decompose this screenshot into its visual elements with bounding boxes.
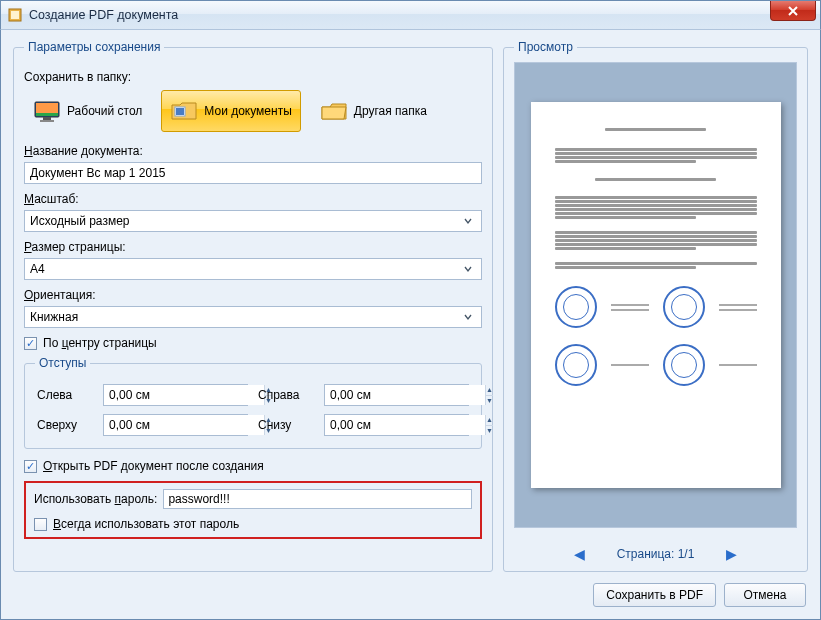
stamp-icon [555, 344, 597, 386]
margin-right-label: Справа [258, 388, 314, 402]
docname-input[interactable] [24, 162, 482, 184]
preview-frame [514, 62, 797, 528]
svg-rect-1 [11, 11, 19, 19]
open-after-checkbox[interactable]: ✓ [24, 460, 37, 473]
spin-up-icon[interactable]: ▲ [486, 415, 493, 426]
documents-icon [170, 99, 198, 123]
center-checkbox[interactable]: ✓ [24, 337, 37, 350]
center-label: По центру страницы [43, 336, 157, 350]
margin-left-spinner[interactable]: ▲▼ [103, 384, 248, 406]
window-title: Создание PDF документа [29, 8, 178, 22]
preview-legend: Просмотр [514, 40, 577, 54]
svg-rect-8 [176, 108, 184, 115]
preview-page [531, 102, 781, 488]
app-icon [7, 7, 23, 23]
stamp-icon [663, 344, 705, 386]
always-password-checkbox[interactable] [34, 518, 47, 531]
dialog-buttons: Сохранить в PDF Отмена [593, 583, 806, 607]
close-icon [787, 5, 799, 17]
orient-combo[interactable]: Книжная [24, 306, 482, 328]
save-button[interactable]: Сохранить в PDF [593, 583, 716, 607]
margin-bottom-spinner[interactable]: ▲▼ [324, 414, 469, 436]
pagesize-label: Размер страницы: [24, 240, 482, 254]
scale-label: Масштаб: [24, 192, 482, 206]
chevron-down-icon [460, 309, 476, 325]
pager: ◀ Страница: 1/1 ▶ [514, 546, 797, 562]
folder-desktop-button[interactable]: Рабочий стол [24, 90, 151, 132]
pagesize-value: A4 [30, 262, 45, 276]
folder-icon [320, 99, 348, 123]
cancel-button[interactable]: Отмена [724, 583, 806, 607]
scale-value: Исходный размер [30, 214, 130, 228]
chevron-down-icon [460, 213, 476, 229]
close-button[interactable] [770, 1, 816, 21]
password-label: Использовать пароль: [34, 492, 157, 506]
password-group: Использовать пароль: Всегда использовать… [24, 481, 482, 539]
next-page-button[interactable]: ▶ [726, 546, 737, 562]
stamp-icon [663, 286, 705, 328]
margin-top-label: Сверху [37, 418, 93, 432]
pagesize-combo[interactable]: A4 [24, 258, 482, 280]
margins-legend: Отступы [35, 356, 90, 370]
stamp-icon [555, 286, 597, 328]
margins-group: Отступы Слева ▲▼ Справа ▲▼ Сверху [24, 356, 482, 449]
save-params-group: Параметры сохранения Сохранить в папку: [13, 40, 493, 572]
folder-documents-button[interactable]: Мои документы [161, 90, 300, 132]
desktop-icon [33, 99, 61, 123]
folder-desktop-label: Рабочий стол [67, 104, 142, 118]
open-after-label: Открыть PDF документ после создания [43, 459, 264, 473]
password-input[interactable] [163, 489, 472, 509]
docname-label: Название документа: [24, 144, 482, 158]
prev-page-button[interactable]: ◀ [574, 546, 585, 562]
svg-rect-5 [43, 117, 51, 120]
svg-rect-6 [40, 120, 54, 122]
margin-right-spinner[interactable]: ▲▼ [324, 384, 469, 406]
folder-other-label: Другая папка [354, 104, 427, 118]
svg-rect-3 [36, 103, 58, 113]
spin-down-icon[interactable]: ▼ [486, 396, 493, 406]
orient-value: Книжная [30, 310, 78, 324]
orient-label: Ориентация: [24, 288, 482, 302]
svg-rect-4 [36, 113, 58, 116]
always-password-label: Всегда использовать этот пароль [53, 517, 239, 531]
margin-top-spinner[interactable]: ▲▼ [103, 414, 248, 436]
titlebar: Создание PDF документа [0, 0, 821, 30]
save-params-legend: Параметры сохранения [24, 40, 164, 54]
page-indicator: Страница: 1/1 [617, 547, 695, 561]
spin-up-icon[interactable]: ▲ [486, 385, 493, 396]
margin-bottom-label: Снизу [258, 418, 314, 432]
folder-other-button[interactable]: Другая папка [311, 90, 436, 132]
margin-left-label: Слева [37, 388, 93, 402]
save-to-label: Сохранить в папку: [24, 70, 482, 84]
chevron-down-icon [460, 261, 476, 277]
preview-group: Просмотр [503, 40, 808, 572]
client-area: Параметры сохранения Сохранить в папку: [0, 30, 821, 620]
spin-down-icon[interactable]: ▼ [486, 426, 493, 436]
scale-combo[interactable]: Исходный размер [24, 210, 482, 232]
folder-row: Рабочий стол Мои документы [24, 90, 482, 132]
folder-documents-label: Мои документы [204, 104, 291, 118]
